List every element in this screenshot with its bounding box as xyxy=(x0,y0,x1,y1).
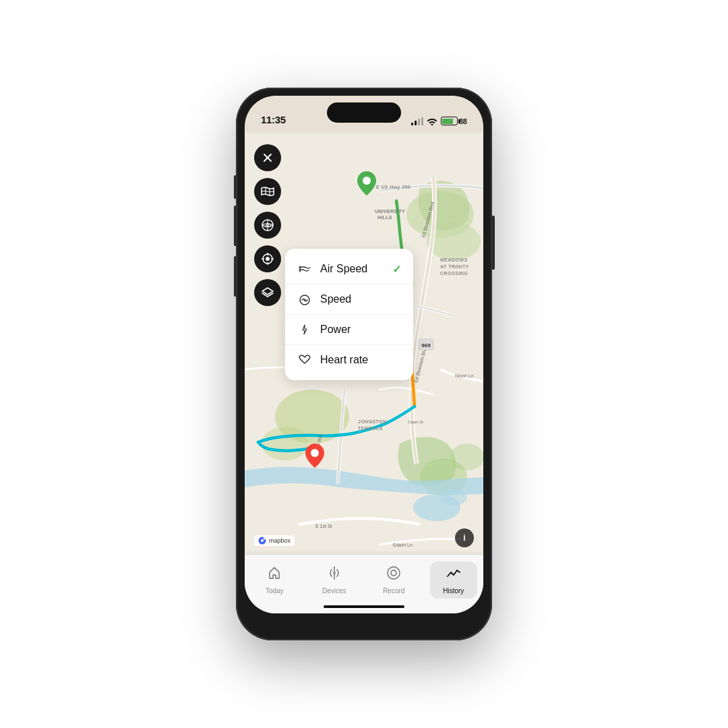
air-speed-check: ✓ xyxy=(392,263,401,276)
svg-text:969: 969 xyxy=(421,342,431,348)
tab-record[interactable]: Record xyxy=(370,562,417,599)
svg-text:E 1st St: E 1st St xyxy=(315,524,332,528)
speed-label: Speed xyxy=(320,293,401,305)
map-area[interactable]: MEADOWS AT TRINITY CROSSING JOHNSTON TER… xyxy=(245,131,483,554)
battery-icon: 88 xyxy=(441,117,467,125)
svg-point-45 xyxy=(261,539,264,542)
svg-text:Cajon St: Cajon St xyxy=(408,420,423,424)
air-speed-label: Air Speed xyxy=(320,263,384,275)
svg-point-41 xyxy=(304,299,306,301)
svg-text:CROSSING: CROSSING xyxy=(440,271,468,276)
svg-text:MEADOWS: MEADOWS xyxy=(440,257,468,262)
dropdown-item-power[interactable]: Power xyxy=(285,315,413,345)
close-button[interactable] xyxy=(254,144,281,171)
svg-point-34 xyxy=(266,257,270,261)
end-pin xyxy=(305,444,324,466)
today-icon xyxy=(267,566,282,584)
speed-icon xyxy=(297,292,312,307)
svg-point-42 xyxy=(363,177,371,185)
left-toolbar: 3D xyxy=(254,144,281,306)
heart-rate-icon xyxy=(297,353,312,367)
svg-text:JOHNSTON: JOHNSTON xyxy=(358,419,387,424)
svg-text:UNIVERSITY: UNIVERSITY xyxy=(375,209,405,214)
devices-icon xyxy=(327,566,342,584)
svg-point-43 xyxy=(311,449,319,457)
mapbox-logo: mapbox xyxy=(254,535,295,546)
devices-label: Devices xyxy=(322,587,346,595)
volume-up-button[interactable] xyxy=(234,206,237,246)
today-label: Today xyxy=(266,587,284,595)
svg-text:Edwin Ln: Edwin Ln xyxy=(393,543,413,547)
volume-down-button[interactable] xyxy=(234,256,237,297)
status-icons: 88 xyxy=(411,117,467,125)
power-button[interactable] xyxy=(492,216,495,270)
dropdown-menu: Air Speed ✓ Speed xyxy=(285,249,413,380)
phone-screen: 11:35 88 xyxy=(245,96,483,613)
phone-frame: 11:35 88 xyxy=(236,88,492,640)
svg-text:Nixon Ln: Nixon Ln xyxy=(455,373,474,378)
svg-point-4 xyxy=(262,427,309,460)
mapbox-text: mapbox xyxy=(269,537,291,544)
layers-button[interactable] xyxy=(254,279,281,306)
power-label: Power xyxy=(320,324,401,336)
signal-icon xyxy=(411,117,423,125)
dynamic-island xyxy=(327,102,401,123)
3d-view-button[interactable]: 3D xyxy=(254,212,281,239)
svg-text:E US Hwy 290: E US Hwy 290 xyxy=(376,185,411,190)
svg-point-47 xyxy=(333,572,336,574)
map-type-button[interactable] xyxy=(254,178,281,205)
svg-point-49 xyxy=(391,570,396,576)
air-speed-icon xyxy=(297,262,312,276)
svg-point-48 xyxy=(388,567,400,579)
locate-button[interactable] xyxy=(254,245,281,272)
svg-point-46 xyxy=(264,538,266,540)
svg-text:TERRACE: TERRACE xyxy=(358,426,383,431)
dropdown-item-speed[interactable]: Speed xyxy=(285,284,413,315)
status-time: 11:35 xyxy=(261,114,286,125)
start-pin xyxy=(357,171,376,194)
tab-history[interactable]: History xyxy=(430,562,477,599)
power-icon xyxy=(297,322,312,337)
tab-bar: Today Devices xyxy=(245,554,483,613)
record-label: Record xyxy=(383,587,404,595)
history-label: History xyxy=(443,587,464,595)
info-button[interactable]: i xyxy=(455,528,474,547)
svg-text:AT TRINITY: AT TRINITY xyxy=(440,264,469,269)
svg-point-6 xyxy=(450,444,483,471)
svg-text:3D: 3D xyxy=(265,223,271,228)
record-icon xyxy=(386,566,401,584)
tab-devices[interactable]: Devices xyxy=(311,562,358,599)
history-icon xyxy=(446,566,461,584)
tab-today[interactable]: Today xyxy=(251,562,298,599)
heart-rate-label: Heart rate xyxy=(320,354,401,366)
dropdown-item-heart-rate[interactable]: Heart rate xyxy=(285,345,413,375)
home-indicator xyxy=(324,605,404,608)
svg-text:HILLS: HILLS xyxy=(377,215,392,220)
wifi-icon xyxy=(427,117,437,125)
dropdown-item-air-speed[interactable]: Air Speed ✓ xyxy=(285,254,413,284)
svg-point-8 xyxy=(440,489,467,506)
